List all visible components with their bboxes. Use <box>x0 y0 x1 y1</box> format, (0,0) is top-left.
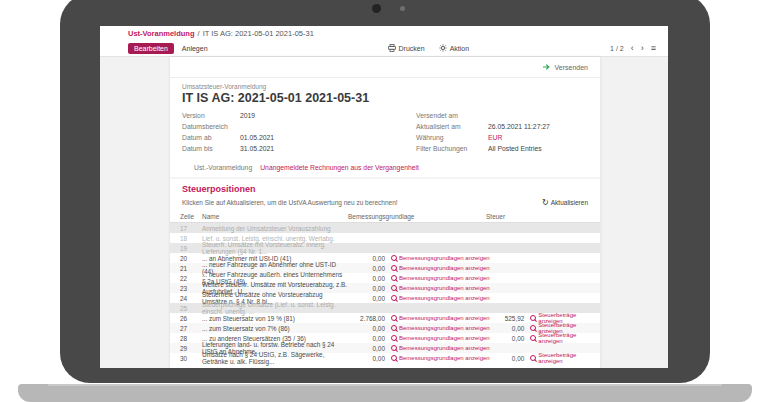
magnifier-icon <box>391 335 397 341</box>
field-label: Datum bis <box>182 145 240 152</box>
show-base-amounts-link[interactable]: Bemessungsgrundlagen anzeigen <box>385 325 491 331</box>
show-base-amounts-link[interactable]: Bemessungsgrundlagen anzeigen <box>385 265 491 271</box>
create-button[interactable]: Anlegen <box>182 45 208 52</box>
field-label: Datum ab <box>182 134 240 141</box>
field-value: All Posted Entries <box>488 145 588 152</box>
app-window: Ust-Voranmeldung / IT IS AG: 2021-05-01 … <box>100 26 668 368</box>
row-tax-amount: 525,92 <box>490 315 524 322</box>
hint-row: Klicken Sie auf Aktualisieren, um die Us… <box>170 196 600 207</box>
row-zeile: 23 <box>180 285 202 292</box>
chevron-left-icon[interactable]: ‹ <box>631 43 634 53</box>
row-zeile: 17 <box>180 225 202 232</box>
magnifier-icon <box>530 355 536 361</box>
ustva-label: Ust.-Voranmeldung <box>194 164 252 171</box>
base-link-label: Bemessungsgrundlagen anzeigen <box>399 315 490 321</box>
magnifier-icon <box>391 315 397 321</box>
row-name: ... zum Steuersatz von 19 % (81) <box>202 315 347 322</box>
row-zeile: 30 <box>180 355 202 362</box>
action-button[interactable]: Aktion <box>439 44 469 52</box>
show-base-amounts-link[interactable]: Bemessungsgrundlagen anzeigen <box>385 345 491 351</box>
send-button[interactable]: Versenden <box>555 64 588 71</box>
row-zeile: 22 <box>180 275 202 282</box>
row-zeile: 20 <box>180 255 202 262</box>
printer-icon <box>388 44 396 52</box>
magnifier-icon <box>530 315 536 321</box>
base-link-label: Bemessungsgrundlagen anzeigen <box>399 275 490 281</box>
tax-link-label: Steuerbeträge anzeigen <box>538 332 590 344</box>
content-background: Versenden Umsatzsteuer-Voranmeldung IT I… <box>100 57 668 368</box>
row-tax-amount: 0,00 <box>490 355 524 362</box>
page-indicator: 1 / 2 <box>610 45 624 52</box>
row-base-amount: 0,00 <box>347 345 385 352</box>
field-label: Datumsbereich <box>182 123 240 130</box>
webcam-indicator-icon <box>400 6 405 11</box>
refresh-icon: ↻ <box>542 199 549 207</box>
field-label: Filter Buchungen <box>416 145 488 152</box>
column-tax: Steuer <box>486 213 586 220</box>
field-row: Aktualisiert am 26.05.2021 11:27:27 <box>416 121 588 132</box>
show-base-amounts-link[interactable]: Bemessungsgrundlagen anzeigen <box>385 315 491 321</box>
edit-button[interactable]: Bearbeiten <box>128 43 174 54</box>
row-zeile: 26 <box>180 315 202 322</box>
base-link-label: Bemessungsgrundlagen anzeigen <box>399 285 490 291</box>
page-title: IT IS AG: 2021-05-01 2021-05-31 <box>182 91 588 105</box>
print-button[interactable]: Drucken <box>388 44 425 52</box>
refresh-hint: Klicken Sie auf Aktualisieren, um die Us… <box>182 199 398 206</box>
row-name: Steuerfr. Umsätze mit Vorsteuerabz. inne… <box>202 241 347 255</box>
field-row: Datumsbereich <box>182 121 340 132</box>
base-link-label: Bemessungsgrundlagen anzeigen <box>399 335 490 341</box>
show-base-amounts-link[interactable]: Bemessungsgrundlagen anzeigen <box>385 255 491 261</box>
row-name: Umsätze nach § 24 UStG, z.B. Sägewerke, … <box>202 351 347 365</box>
field-grid: Version 2019 Datumsbereich Datum ab 01.0… <box>170 105 600 154</box>
laptop-base <box>18 384 752 402</box>
webcam-icon <box>372 4 381 13</box>
unreported-invoices-link[interactable]: Unangemeldete Rechnungen aus der Vergang… <box>260 164 419 171</box>
document-type-label: Umsatzsteuer-Voranmeldung <box>182 83 588 90</box>
column-zeile: Zeile <box>180 213 202 220</box>
row-name: ... zum Steuersatz von 7% (86) <box>202 325 347 332</box>
show-base-amounts-link[interactable]: Bemessungsgrundlagen anzeigen <box>385 275 491 281</box>
tax-positions-heading: Steuerpositionen <box>170 179 600 196</box>
refresh-button[interactable]: ↻ Aktualisieren <box>542 199 588 207</box>
show-base-amounts-link[interactable]: Bemessungsgrundlagen anzeigen <box>385 335 491 341</box>
row-base-amount: 0,00 <box>347 255 385 262</box>
show-tax-amounts-link[interactable]: Steuerbeträge anzeigen <box>524 332 590 344</box>
field-label: Aktualisiert am <box>416 123 488 130</box>
field-value: 26.05.2021 11:27:27 <box>488 123 588 130</box>
refresh-label: Aktualisieren <box>551 199 588 206</box>
magnifier-icon <box>391 255 397 261</box>
field-row: Filter Buchungen All Posted Entries <box>416 143 588 154</box>
send-bar: Versenden <box>170 57 600 78</box>
chevron-right-icon[interactable]: › <box>641 43 644 53</box>
magnifier-icon <box>391 325 397 331</box>
field-label: Versendet am <box>416 112 488 119</box>
row-zeile: 29 <box>180 345 202 352</box>
show-base-amounts-link[interactable]: Bemessungsgrundlagen anzeigen <box>385 295 491 301</box>
row-name: Anmeldung der Umsatzsteuer Vorauszahlung <box>202 225 347 232</box>
field-value: 31.05.2021 <box>240 145 340 152</box>
show-tax-amounts-link[interactable]: Steuerbeträge anzeigen <box>524 352 590 364</box>
row-zeile: 28 <box>180 335 202 342</box>
row-tax-amount: 0,00 <box>490 325 524 332</box>
breadcrumb-current: IT IS AG: 2021-05-01 2021-05-31 <box>203 29 314 38</box>
breadcrumb-section[interactable]: Ust-Voranmeldung <box>128 29 195 38</box>
show-base-amounts-link[interactable]: Bemessungsgrundlagen anzeigen <box>385 285 491 291</box>
magnifier-icon <box>530 325 536 331</box>
magnifier-icon <box>391 275 397 281</box>
row-base-amount: 0,00 <box>347 295 385 302</box>
magnifier-icon <box>530 335 536 341</box>
base-link-label: Bemessungsgrundlagen anzeigen <box>399 255 490 261</box>
field-row: Version 2019 <box>182 110 340 121</box>
magnifier-icon <box>391 295 397 301</box>
field-row: Versendet am <box>416 110 588 121</box>
field-value: 01.05.2021 <box>240 134 340 141</box>
row-zeile: 27 <box>180 325 202 332</box>
field-row: Datum bis 31.05.2021 <box>182 143 340 154</box>
show-base-amounts-link[interactable]: Bemessungsgrundlagen anzeigen <box>385 355 491 361</box>
base-link-label: Bemessungsgrundlagen anzeigen <box>399 265 490 271</box>
row-base-amount: 0,00 <box>347 335 385 342</box>
row-zeile: 18 <box>180 235 202 242</box>
row-base-amount: 0,00 <box>347 265 385 272</box>
menu-icon[interactable]: ≡ <box>651 43 656 53</box>
field-label: Währung <box>416 134 488 141</box>
